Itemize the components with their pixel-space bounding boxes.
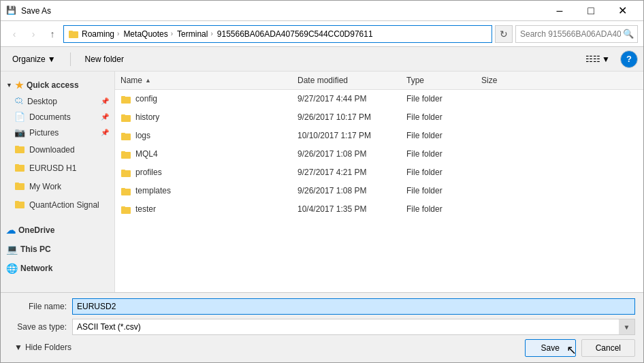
table-row[interactable]: logs 10/10/2017 1:17 PM File folder: [115, 127, 643, 145]
cell-type: File folder: [401, 129, 476, 142]
pin-icon: 📌: [101, 113, 109, 121]
cell-type: File folder: [401, 148, 476, 160]
help-button[interactable]: ?: [620, 50, 638, 68]
cell-date: 10/10/2017 1:17 PM: [292, 129, 401, 142]
cell-size: [476, 97, 530, 100]
column-header-date[interactable]: Date modified: [292, 74, 401, 86]
nav-back-button[interactable]: ‹: [6, 26, 22, 42]
breadcrumb-guid[interactable]: 915566BA06ADA407569C544CC0D97611: [217, 29, 373, 39]
sidebar-section-onedrive[interactable]: ☁ OneDrive: [1, 219, 114, 238]
addressbar: ‹ › ↑ Roaming › MetaQuotes › Terminal › …: [1, 21, 643, 47]
cell-type: File folder: [401, 111, 476, 123]
filename-input[interactable]: [72, 298, 635, 315]
svg-rect-11: [121, 96, 125, 98]
svg-rect-9: [15, 201, 19, 203]
svg-rect-15: [121, 133, 125, 135]
filetype-select-wrap: ASCII Text (*.csv) ▼: [72, 319, 635, 335]
table-row[interactable]: profiles 9/27/2017 4:21 PM File folder: [115, 163, 643, 182]
cell-type: File folder: [401, 185, 476, 197]
refresh-button[interactable]: ↻: [495, 25, 513, 43]
hide-folders-label[interactable]: Hide Folders: [25, 343, 71, 352]
sidebar-item-downloaded[interactable]: Downloaded: [1, 140, 114, 159]
cell-date: 9/26/2017 10:17 PM: [292, 111, 401, 123]
sidebar: ▼ ★ Quick access 🗬 Desktop 📌 📄 Documents…: [1, 72, 115, 292]
cell-date: 10/4/2017 1:35 PM: [292, 203, 401, 215]
folder-icon: [120, 93, 131, 104]
filetype-select[interactable]: ASCII Text (*.csv): [72, 319, 635, 335]
folder-icon: [120, 148, 131, 159]
table-row[interactable]: MQL4 9/26/2017 1:08 PM File folder: [115, 145, 643, 163]
svg-rect-17: [121, 151, 125, 153]
app-icon: 💾: [6, 5, 17, 16]
table-row[interactable]: templates 9/26/2017 1:08 PM File folder: [115, 182, 643, 200]
table-row[interactable]: config 9/27/2017 4:44 PM File folder: [115, 90, 643, 108]
dialog-title: Save As: [21, 6, 544, 16]
cell-size: [476, 208, 530, 210]
new-folder-button[interactable]: New folder: [79, 50, 130, 68]
svg-rect-3: [15, 146, 19, 148]
breadcrumb-metaquotes[interactable]: MetaQuotes ›: [123, 29, 174, 39]
collapse-folders-icon: ▼: [14, 343, 22, 352]
collapse-icon: ▼: [6, 82, 12, 89]
column-header-type[interactable]: Type: [401, 74, 476, 86]
filetype-row: Save as type: ASCII Text (*.csv) ▼: [9, 319, 635, 335]
nav-forward-button[interactable]: ›: [25, 26, 42, 42]
folder-icon: [120, 185, 131, 196]
breadcrumb-terminal[interactable]: Terminal ›: [177, 29, 214, 39]
minimize-button[interactable]: –: [544, 1, 575, 21]
search-input[interactable]: [515, 25, 638, 43]
sidebar-item-desktop[interactable]: 🗬 Desktop 📌: [1, 93, 114, 109]
filetype-label: Save as type:: [9, 322, 67, 332]
bottom-bar: File name: Save as type: ASCII Text (*.c…: [1, 292, 643, 362]
column-header-name[interactable]: Name ▲: [115, 74, 292, 86]
cell-size: [476, 134, 530, 137]
cancel-button[interactable]: Cancel: [581, 339, 635, 357]
onedrive-icon: ☁: [6, 225, 16, 236]
sidebar-item-mywork[interactable]: My Work: [1, 177, 114, 195]
cell-size: [476, 189, 530, 192]
cell-size: [476, 116, 530, 119]
thispc-icon: 💻: [6, 244, 18, 255]
maximize-button[interactable]: □: [575, 1, 607, 21]
sidebar-item-pictures[interactable]: 📷 Pictures 📌: [1, 125, 114, 140]
sidebar-item-quantaction[interactable]: QuantAction Signal: [1, 195, 114, 214]
eurusd-icon: [14, 161, 25, 174]
file-list-header: Name ▲ Date modified Type Size: [115, 72, 643, 90]
sidebar-item-eurusd[interactable]: EURUSD H1: [1, 159, 114, 177]
breadcrumb-roaming[interactable]: Roaming ›: [82, 29, 120, 39]
network-icon: 🌐: [6, 263, 18, 274]
quantaction-icon: [14, 198, 25, 211]
search-wrap: 🔍: [515, 25, 638, 43]
toolbar-divider: [70, 52, 71, 66]
mywork-icon: [14, 180, 25, 193]
file-area: Name ▲ Date modified Type Size config: [115, 72, 643, 292]
quick-access-icon: ★: [15, 80, 24, 91]
action-row: ▼ Hide Folders Save ↖ Cancel: [9, 339, 635, 357]
cell-date: 9/27/2017 4:21 PM: [292, 166, 401, 178]
cell-date: 9/26/2017 1:08 PM: [292, 185, 401, 197]
organize-button[interactable]: Organize ▼: [6, 50, 62, 68]
svg-rect-7: [15, 183, 19, 185]
table-row[interactable]: history 9/26/2017 10:17 PM File folder: [115, 108, 643, 127]
cell-date: 9/27/2017 4:44 PM: [292, 93, 401, 105]
cursor-icon: ↖: [566, 343, 577, 358]
hide-folders-section: ▼ Hide Folders: [9, 341, 77, 355]
sidebar-section-network[interactable]: 🌐 Network: [1, 257, 114, 277]
sidebar-item-documents[interactable]: 📄 Documents 📌: [1, 109, 114, 125]
nav-up-button[interactable]: ↑: [44, 26, 61, 42]
titlebar: 💾 Save As – □ ✕: [1, 1, 643, 21]
window-controls: – □ ✕: [544, 1, 638, 21]
address-path[interactable]: Roaming › MetaQuotes › Terminal › 915566…: [63, 25, 492, 43]
svg-rect-19: [121, 170, 125, 172]
sidebar-section-quick-access[interactable]: ▼ ★ Quick access: [1, 74, 114, 93]
column-header-size[interactable]: Size: [476, 74, 530, 86]
folder-icon: [120, 204, 131, 215]
table-row[interactable]: tester 10/4/2017 1:35 PM File folder: [115, 200, 643, 219]
main-content: ▼ ★ Quick access 🗬 Desktop 📌 📄 Documents…: [1, 72, 643, 292]
close-button[interactable]: ✕: [607, 1, 638, 21]
sidebar-section-thispc[interactable]: 💻 This PC: [1, 238, 114, 257]
save-button[interactable]: Save ↖: [525, 339, 576, 357]
view-options-button[interactable]: ☷☷ ▼: [581, 50, 615, 68]
downloaded-icon: [14, 143, 25, 156]
documents-icon: 📄: [14, 112, 25, 122]
